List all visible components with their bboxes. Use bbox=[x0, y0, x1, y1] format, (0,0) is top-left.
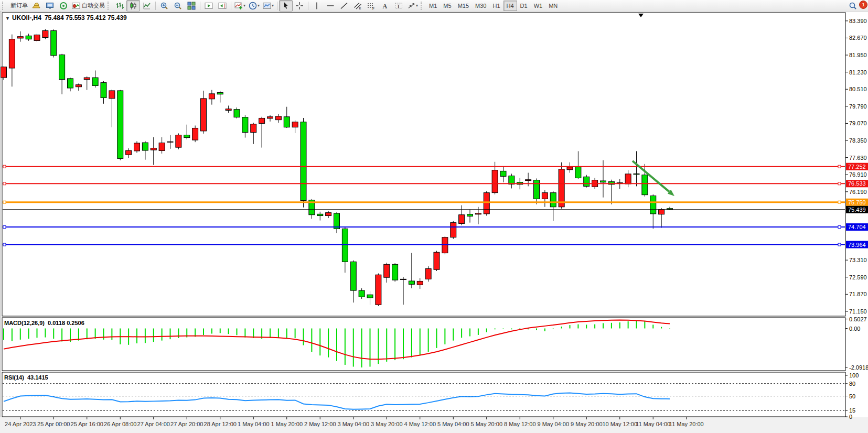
templates-button[interactable]: ▾ bbox=[261, 0, 275, 12]
bear-candle bbox=[51, 30, 57, 56]
search-button[interactable] bbox=[846, 0, 860, 12]
auto-trading-button[interactable]: 自动交易 bbox=[70, 0, 106, 12]
svg-text:0.00: 0.00 bbox=[849, 326, 860, 332]
chart-shift-button[interactable] bbox=[216, 0, 229, 12]
timeframe-button-m15[interactable]: M15 bbox=[455, 1, 472, 11]
label-button[interactable]: T bbox=[392, 0, 405, 12]
periods-button[interactable]: ▾ bbox=[247, 0, 261, 12]
svg-text:80.510: 80.510 bbox=[849, 86, 867, 92]
timeframe-button-m1[interactable]: M1 bbox=[426, 1, 440, 11]
svg-text:27 Apr 04:00: 27 Apr 04:00 bbox=[137, 421, 170, 427]
line-handle[interactable] bbox=[3, 243, 6, 246]
bull-candle bbox=[526, 180, 531, 181]
monitor-icon bbox=[46, 2, 54, 10]
bear-candle bbox=[392, 264, 398, 280]
zoom-out-button[interactable] bbox=[171, 0, 185, 12]
svg-text:77.252: 77.252 bbox=[848, 164, 866, 170]
line-handle[interactable] bbox=[838, 226, 841, 229]
bear-candle bbox=[92, 78, 98, 85]
bull-candle bbox=[442, 237, 448, 253]
new-order-button[interactable]: 新订单 bbox=[7, 0, 29, 12]
gold-ingot-icon bbox=[32, 2, 40, 10]
toolbar-separator bbox=[231, 2, 231, 10]
bear-candle bbox=[575, 167, 581, 178]
timeframe-button-h4[interactable]: H4 bbox=[503, 1, 517, 11]
market-watch-button[interactable] bbox=[29, 0, 43, 12]
line-handle[interactable] bbox=[3, 182, 6, 185]
one-click-collapse-icon[interactable]: ▼ bbox=[5, 16, 10, 21]
timeframe-button-h1[interactable]: H1 bbox=[489, 1, 503, 11]
line-handle[interactable] bbox=[3, 201, 6, 203]
bull-candle bbox=[559, 169, 564, 207]
auto-scroll-button[interactable] bbox=[202, 0, 216, 12]
timeframe-button-m30[interactable]: M30 bbox=[472, 1, 489, 11]
data-window-button[interactable] bbox=[43, 0, 57, 12]
bear-candle bbox=[534, 180, 540, 199]
zoom-in-icon bbox=[160, 2, 168, 10]
cursor-button[interactable] bbox=[279, 0, 293, 12]
bull-candle bbox=[292, 122, 298, 127]
timeframe-button-m5[interactable]: M5 bbox=[440, 1, 454, 11]
timeframe-button-w1[interactable]: W1 bbox=[531, 1, 546, 11]
vline-icon bbox=[313, 2, 321, 10]
toolbar-separator bbox=[308, 2, 308, 10]
bull-candle bbox=[259, 118, 265, 123]
line-handle[interactable] bbox=[838, 182, 841, 185]
bar-chart-button[interactable] bbox=[113, 0, 126, 12]
svg-text:24 Apr 2023: 24 Apr 2023 bbox=[5, 421, 36, 427]
line-handle[interactable] bbox=[838, 165, 841, 168]
line-handle[interactable] bbox=[838, 243, 841, 246]
bull-candle bbox=[151, 148, 156, 150]
hline-button[interactable] bbox=[324, 0, 337, 12]
svg-text:A: A bbox=[383, 2, 388, 9]
navigator-button[interactable] bbox=[57, 0, 70, 12]
chevron-down-icon: ▾ bbox=[416, 3, 418, 8]
channel-button[interactable]: E bbox=[351, 0, 365, 12]
trendline-button[interactable] bbox=[337, 0, 351, 12]
svg-text:0.5027: 0.5027 bbox=[849, 316, 867, 322]
bear-candle bbox=[217, 93, 223, 94]
bull-candle bbox=[167, 142, 173, 142]
bear-candle bbox=[367, 295, 373, 298]
zoom-in-button[interactable] bbox=[157, 0, 171, 12]
svg-text:2 May 12:00: 2 May 12:00 bbox=[304, 421, 336, 427]
text-button[interactable]: A bbox=[378, 0, 392, 12]
bull-candle bbox=[76, 85, 81, 87]
rsi-value: 43.1415 bbox=[27, 374, 48, 381]
chart-canvas[interactable]: 83.39082.67081.95081.23080.51079.79079.0… bbox=[0, 12, 868, 433]
svg-text:E: E bbox=[359, 7, 361, 10]
vline-button[interactable] bbox=[310, 0, 324, 12]
shapes-button[interactable]: ▾ bbox=[405, 0, 420, 12]
candle-chart-button[interactable] bbox=[126, 0, 140, 12]
svg-text:77.630: 77.630 bbox=[849, 155, 867, 161]
svg-text:76.190: 76.190 bbox=[849, 189, 867, 195]
bear-candle bbox=[26, 36, 31, 39]
crosshair-button[interactable] bbox=[293, 0, 306, 12]
tile-windows-button[interactable] bbox=[185, 0, 198, 12]
line-handle[interactable] bbox=[3, 165, 6, 168]
line-chart-button[interactable] bbox=[140, 0, 154, 12]
svg-text:11 May 04:00: 11 May 04:00 bbox=[636, 421, 670, 427]
bear-candle bbox=[184, 135, 190, 138]
timeframe-button-mn[interactable]: MN bbox=[545, 1, 561, 11]
bull-candle bbox=[475, 213, 481, 214]
indicators-button[interactable]: ▾ bbox=[233, 0, 247, 12]
search-icon bbox=[849, 2, 857, 10]
svg-text:25 Apr 16:00: 25 Apr 16:00 bbox=[71, 421, 103, 427]
timeframe-button-d1[interactable]: D1 bbox=[517, 1, 531, 11]
line-handle[interactable] bbox=[838, 201, 841, 203]
svg-text:82.670: 82.670 bbox=[849, 35, 867, 41]
toolbar-separator bbox=[200, 2, 200, 10]
chart-ohlc-values: 75.484 75.553 75.412 75.439 bbox=[45, 14, 127, 21]
bull-candle bbox=[176, 135, 181, 148]
template-icon bbox=[263, 2, 271, 10]
bear-candle bbox=[242, 117, 248, 133]
line-handle[interactable] bbox=[3, 226, 6, 229]
bear-candle bbox=[342, 229, 348, 262]
bear-candle bbox=[117, 91, 123, 158]
fibonacci-button[interactable]: F bbox=[365, 0, 378, 12]
svg-text:74.704: 74.704 bbox=[848, 224, 866, 230]
shapes-icon bbox=[407, 2, 415, 10]
bull-candle bbox=[567, 167, 573, 170]
svg-text:75.750: 75.750 bbox=[848, 199, 866, 205]
